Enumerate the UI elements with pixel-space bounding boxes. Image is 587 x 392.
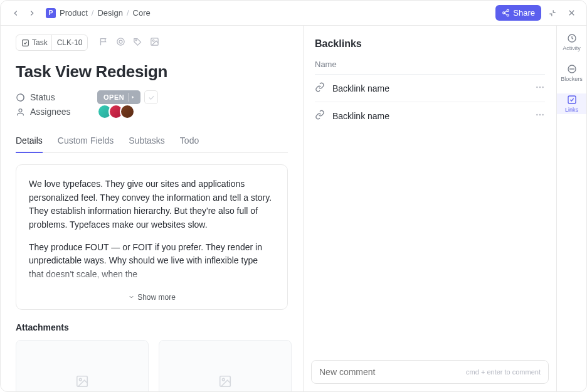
image-icon [218, 374, 232, 388]
backlinks-title: Backlinks [315, 38, 545, 50]
description-paragraph: We love typefaces. They give our sites a… [29, 177, 275, 232]
breadcrumb-item[interactable]: Core [133, 8, 151, 18]
more-icon[interactable] [535, 82, 545, 94]
comment-hint: cmd + enter to comment [466, 368, 541, 376]
svg-point-1 [503, 12, 505, 14]
status-value: OPEN [103, 93, 124, 101]
rail-links[interactable]: Links [557, 93, 586, 114]
show-more-label: Show more [137, 293, 176, 302]
forward-button[interactable] [24, 6, 40, 21]
comment-box[interactable]: cmd + enter to comment [311, 360, 549, 384]
svg-point-10 [135, 40, 137, 41]
task-chip-label: Task [32, 38, 48, 47]
backlinks-name-header: Name [315, 60, 545, 69]
breadcrumb-sep: / [127, 8, 129, 18]
share-button[interactable]: Share [495, 5, 541, 21]
avatar[interactable] [120, 104, 135, 119]
svg-point-2 [507, 14, 509, 16]
rail-label: Activity [563, 45, 581, 51]
svg-point-22 [542, 87, 543, 88]
svg-point-9 [119, 40, 122, 43]
tabs: Details Custom Fields Subtasks Todo [16, 130, 288, 153]
rail-blockers[interactable]: Blockers [557, 63, 586, 83]
status-label: Status [30, 92, 55, 102]
backlink-name: Backlink name [332, 83, 527, 93]
nav-arrows [8, 6, 40, 21]
chevron-down-icon [128, 294, 135, 300]
task-check-icon [21, 39, 29, 47]
share-label: Share [513, 8, 535, 18]
svg-point-20 [536, 87, 537, 88]
link-icon [315, 82, 325, 94]
flag-icon[interactable] [99, 37, 108, 48]
svg-point-0 [507, 9, 509, 11]
tab-todo[interactable]: Todo [180, 130, 199, 152]
assignees-icon [16, 107, 25, 117]
svg-line-4 [505, 13, 507, 14]
side-panel: Backlinks Name Backlink name Backlink na… [303, 26, 556, 391]
attachment-placeholder[interactable] [16, 340, 149, 391]
status-pill[interactable]: OPEN [97, 90, 140, 104]
show-more-button[interactable]: Show more [29, 290, 275, 304]
comment-input[interactable] [319, 367, 466, 377]
backlink-name: Backlink name [332, 111, 527, 121]
svg-rect-7 [23, 40, 29, 46]
link-icon [315, 110, 325, 122]
status-caret-icon [128, 93, 137, 102]
more-icon[interactable] [535, 110, 545, 122]
page-title[interactable]: Task View Redesign [16, 62, 288, 82]
complete-checkbox[interactable] [144, 90, 158, 104]
svg-point-8 [117, 38, 124, 45]
assignees-label: Assignees [30, 107, 71, 117]
status-icon [16, 93, 25, 102]
svg-line-3 [505, 11, 507, 12]
breadcrumb[interactable]: P Product / Design / Core [46, 8, 151, 18]
links-icon [567, 95, 577, 105]
clock-icon [567, 33, 577, 43]
back-button[interactable] [8, 6, 23, 21]
right-rail: Activity Blockers Links [556, 26, 586, 391]
backlink-row[interactable]: Backlink name [315, 74, 545, 102]
svg-point-17 [79, 378, 82, 381]
svg-point-21 [539, 87, 541, 88]
task-chip[interactable]: Task CLK-10 [16, 34, 88, 51]
tab-custom-fields[interactable]: Custom Fields [58, 130, 114, 152]
main-column: Task CLK-10 Task View Redesign Status OP… [1, 26, 303, 391]
tab-details[interactable]: Details [16, 130, 43, 153]
svg-marker-14 [132, 96, 134, 99]
image-icon [75, 374, 89, 388]
backlink-row[interactable]: Backlink name [315, 102, 545, 129]
sprint-icon[interactable] [116, 37, 125, 48]
tag-icon[interactable] [133, 37, 142, 48]
breadcrumb-item[interactable]: Design [97, 8, 122, 18]
attachments-heading: Attachments [16, 322, 288, 332]
tab-subtasks[interactable]: Subtasks [129, 130, 165, 152]
image-icon[interactable] [150, 37, 159, 48]
svg-point-12 [153, 40, 155, 41]
rail-activity[interactable]: Activity [557, 32, 586, 53]
svg-point-19 [222, 378, 225, 381]
task-id: CLK-10 [51, 35, 88, 50]
close-button[interactable] [564, 6, 579, 21]
svg-point-23 [536, 114, 537, 115]
breadcrumb-item[interactable]: Product [60, 8, 88, 18]
workspace-logo: P [46, 8, 56, 18]
svg-point-25 [542, 114, 543, 115]
minimize-button[interactable] [545, 6, 560, 21]
attachment-placeholder[interactable] [159, 340, 292, 391]
breadcrumb-sep: / [92, 8, 94, 18]
svg-point-24 [539, 114, 541, 115]
assignee-avatars[interactable] [97, 104, 135, 119]
rail-label: Links [565, 107, 578, 113]
rail-label: Blockers [561, 76, 583, 82]
svg-rect-29 [568, 96, 576, 103]
description-card[interactable]: We love typefaces. They give our sites a… [16, 164, 288, 310]
blocker-icon [567, 64, 577, 74]
svg-point-15 [19, 109, 22, 112]
topbar: P Product / Design / Core Share [1, 1, 586, 26]
